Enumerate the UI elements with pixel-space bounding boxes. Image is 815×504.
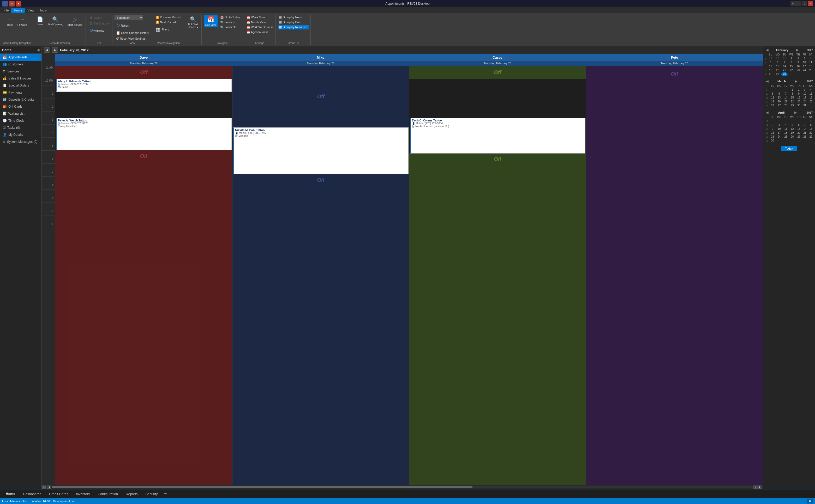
- edit-items: 🗑 Delete ⚙ Set Status ▾ ↺ Workflow: [88, 15, 111, 41]
- zoom-out-button[interactable]: 🔍 Zoom Out: [219, 25, 241, 29]
- bottom-tab-home[interactable]: Home: [2, 491, 19, 497]
- bottom-tab-dashboards[interactable]: Dashboards: [19, 491, 45, 497]
- mini-cal-mar-next[interactable]: ▶: [794, 79, 798, 83]
- maximize-btn[interactable]: □: [802, 1, 807, 6]
- zoom-in-button[interactable]: 🔍 Zoom In: [219, 20, 241, 24]
- time-3: 3: [42, 118, 55, 124]
- pete-col: Off: [586, 66, 763, 485]
- refresh-button[interactable]: ↻ Refresh: [114, 21, 132, 30]
- mini-cal-apr-prev[interactable]: ◀: [765, 111, 769, 114]
- time-2: 2: [42, 105, 55, 111]
- sidebar-item-customers[interactable]: 👥 Customers: [0, 61, 41, 68]
- back-button[interactable]: ← Back: [5, 15, 15, 27]
- facebook-icon[interactable]: f: [2, 1, 8, 7]
- goto-today-button[interactable]: 📅 Go to Today: [219, 15, 241, 20]
- appt-peter-welch[interactable]: Peter A. Welch Tattoo @ Mobile: (303) 20…: [56, 118, 232, 150]
- scroll-left-start[interactable]: |◀: [42, 485, 46, 489]
- find-opening-button[interactable]: 🔍 Find Opening: [46, 15, 65, 27]
- ribbon-group-edit: 🗑 Delete ⚙ Set Status ▾ ↺ Workflow Edit: [86, 15, 112, 45]
- mini-cal-feb-next[interactable]: ▶: [795, 48, 799, 52]
- status-location: Location: REV23 Development, Inc.: [31, 500, 76, 503]
- agenda-view-button[interactable]: 📅 Agenda View: [245, 30, 269, 34]
- time-5: 5: [42, 144, 55, 150]
- scrollbar-track[interactable]: [52, 486, 753, 488]
- group-by-date-button[interactable]: ▦ Group by Date: [278, 20, 303, 24]
- payments-icon: 💳: [3, 90, 7, 94]
- menu-home[interactable]: Home: [11, 8, 25, 13]
- time-half4: [42, 111, 55, 118]
- sidebar-item-tasks[interactable]: ☑ Tasks (0): [0, 124, 41, 131]
- cal-prev-btn[interactable]: ◀: [44, 47, 50, 53]
- appt-zach-owens[interactable]: Zach C. Owens Tattoo 📱 Mobile: (720) 227…: [410, 118, 585, 153]
- youtube-icon[interactable]: ▶: [16, 1, 21, 7]
- ribbon-group-groupby: ▦ Group by None ▦ Group by Date ▦ Group …: [276, 15, 311, 45]
- appt-nikkita-polk[interactable]: Nikkita M. Polk Tattoo 📱 Mobile: (303) 2…: [233, 127, 409, 174]
- scrollbar-thumb[interactable]: [52, 486, 472, 488]
- menu-bar: File Home View Tools: [0, 7, 815, 14]
- menu-view[interactable]: View: [25, 8, 37, 13]
- delete-button[interactable]: 🗑 Delete: [88, 15, 103, 20]
- menu-file[interactable]: File: [1, 8, 11, 13]
- month-view-button[interactable]: 📅 Month View: [245, 20, 267, 24]
- sidebar-item-deposits[interactable]: 🏦 Deposits & Credits: [0, 96, 41, 103]
- day-view-button[interactable]: 📅 Day View: [204, 15, 218, 27]
- full-text-search-button[interactable]: 🔍 Full TextSearch ▾: [186, 15, 199, 30]
- group-by-resource-button[interactable]: ▦ Group by Resource: [278, 25, 309, 29]
- mini-cal-mar-prev[interactable]: ◀: [765, 79, 769, 83]
- groupby-label: Group By: [288, 42, 299, 45]
- view-label: View: [129, 42, 135, 45]
- forward-button[interactable]: → Forward: [16, 15, 29, 27]
- previous-record-button[interactable]: ⏫ Previous Record: [154, 15, 182, 20]
- mini-cal-apr-row1: 12 1: [764, 119, 814, 123]
- filters-button[interactable]: ▦ Filters: [154, 25, 170, 34]
- show-change-history-button[interactable]: 📋 Show Change History: [114, 30, 150, 35]
- nav-group-label: Views History Navigation: [3, 42, 31, 45]
- sidebar-item-time-clock[interactable]: 🕐 Time Clock: [0, 117, 41, 124]
- close-btn[interactable]: ✕: [808, 1, 813, 6]
- scheduler-dropdown[interactable]: Scheduler: [114, 15, 143, 20]
- casey-off-bottom: Off: [409, 153, 586, 485]
- sidebar-item-system-messages[interactable]: ✉ System Messages (0): [0, 138, 41, 145]
- mini-cal-apr-row6: 18 30: [764, 139, 814, 143]
- bottom-tab-more[interactable]: •••: [162, 491, 169, 497]
- group-by-none-button[interactable]: ▦ Group by None: [278, 15, 303, 20]
- next-record-button[interactable]: ⏬ Next Record: [154, 20, 177, 24]
- restore-btn[interactable]: ⧉: [790, 1, 796, 6]
- cal-next-btn[interactable]: ▶: [52, 47, 58, 53]
- workflow-button[interactable]: ↺ Workflow: [88, 27, 106, 35]
- sidebar-collapse-btn[interactable]: ◀: [37, 48, 39, 52]
- bottom-tab-inventory[interactable]: Inventory: [72, 491, 93, 497]
- scroll-right-end[interactable]: ▶|: [758, 485, 762, 489]
- horizontal-scrollbar[interactable]: |◀ ◀ ▶ ▶|: [42, 485, 763, 489]
- appt-abby-edwards[interactable]: Abby L. Edwards Tattoo @ Mobile: (303) 2…: [56, 79, 232, 92]
- scroll-left[interactable]: ◀: [47, 485, 51, 489]
- bottom-tab-reports[interactable]: Reports: [122, 491, 141, 497]
- reset-view-settings-button[interactable]: ↺ Reset View Settings: [114, 36, 147, 41]
- minimize-btn[interactable]: ─: [796, 1, 801, 6]
- waiting-list-icon: 📝: [3, 112, 7, 115]
- sidebar-item-appointments[interactable]: 📅 Appointments: [0, 54, 41, 61]
- pete-off-all: Off: [586, 66, 763, 485]
- sidebar-item-services[interactable]: ⚙ Services: [0, 68, 41, 75]
- today-button[interactable]: Today: [781, 146, 797, 151]
- sidebar-item-waiting-list[interactable]: 📝 Waiting List: [0, 110, 41, 117]
- bottom-tab-security[interactable]: Security: [142, 491, 161, 497]
- bottom-tab-configuration[interactable]: Configuration: [94, 491, 121, 497]
- sidebar-item-my-details[interactable]: 👤 My Details: [0, 131, 41, 138]
- new-button[interactable]: 📄 New: [35, 15, 45, 27]
- sidebar-item-special-orders[interactable]: 📋 Special Orders: [0, 82, 41, 89]
- mini-cal-apr-next[interactable]: ▶: [794, 111, 798, 114]
- status-icon-btn[interactable]: 🖥: [807, 499, 813, 503]
- start-service-button[interactable]: ▷ Start Service: [66, 15, 84, 27]
- work-week-view-button[interactable]: 📅 Work Week View: [245, 25, 274, 29]
- twitter-icon[interactable]: 🐦: [9, 1, 15, 7]
- menu-tools[interactable]: Tools: [37, 8, 49, 13]
- set-status-button[interactable]: ⚙ Set Status ▾: [88, 21, 111, 26]
- sidebar-item-payments[interactable]: 💳 Payments: [0, 89, 41, 96]
- sidebar-item-gift-cards[interactable]: 🎁 Gift Cards: [0, 103, 41, 110]
- week-view-button[interactable]: 📅 Week View: [245, 15, 267, 20]
- scroll-right[interactable]: ▶: [753, 485, 758, 489]
- mini-cal-feb-prev[interactable]: ◀: [765, 48, 769, 52]
- sidebar-item-sales[interactable]: 💰 Sales & Invoices: [0, 75, 41, 82]
- bottom-tab-credit-cards[interactable]: Credit Cards: [45, 491, 72, 497]
